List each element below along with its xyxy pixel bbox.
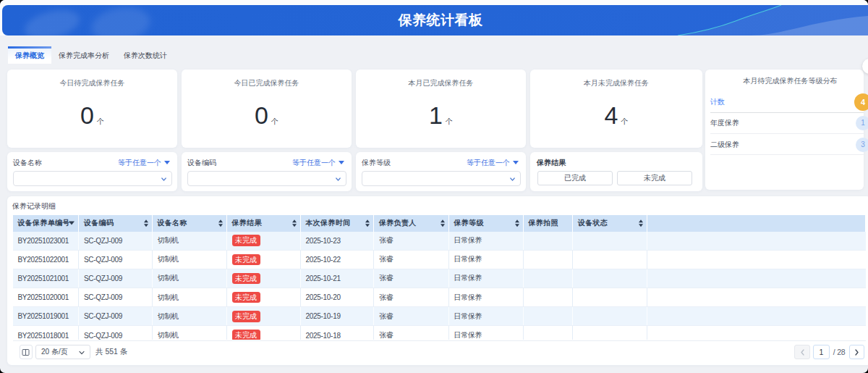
tab-maintenance-overview[interactable]: 保养概览 xyxy=(8,46,51,64)
maintenance-records-table: 设备保养单编号设备编码设备名称保养结果本次保养时间保养负责人保养等级保养拍照设备… xyxy=(13,215,866,340)
device-name-select[interactable] xyxy=(13,171,172,186)
filter-operator-dropdown[interactable]: 等于任意一个 xyxy=(467,158,519,168)
table-cell: 张睿 xyxy=(374,307,449,325)
chevron-right-icon xyxy=(854,349,859,356)
sort-icon[interactable] xyxy=(144,219,148,227)
chevron-down-glyph xyxy=(336,177,341,182)
maintenance-level-select[interactable] xyxy=(362,171,521,186)
filter-operator-dropdown[interactable]: 等于任意一个 xyxy=(292,158,344,168)
stat-unit: 个 xyxy=(621,117,628,125)
total-pages: / 28 xyxy=(833,348,846,356)
current-page-input[interactable]: 1 xyxy=(813,345,830,359)
filter-device-code: 设备编码 等于任意一个 xyxy=(182,152,352,191)
column-header[interactable]: 设备名称 xyxy=(153,215,227,232)
sort-desc-icon[interactable] xyxy=(69,222,75,225)
stat-label: 本月未完成保养任务 xyxy=(530,78,702,88)
table-row[interactable]: BY20251018001SC-QZJ-009切制机未完成2025-10-18张… xyxy=(13,326,866,340)
sort-icon[interactable] xyxy=(441,219,445,227)
table-cell: 张睿 xyxy=(374,269,449,288)
tab-maintenance-count-stats[interactable]: 保养次数统计 xyxy=(124,46,167,64)
sort-icon[interactable] xyxy=(515,219,519,227)
next-page-button[interactable] xyxy=(849,345,864,359)
column-settings-button[interactable] xyxy=(20,345,33,359)
tab-completion-rate-analysis[interactable]: 保养完成率分析 xyxy=(59,46,109,64)
table-cell: BY20251022001 xyxy=(13,251,80,269)
filter-operator-label: 等于任意一个 xyxy=(118,159,161,167)
table-row[interactable]: BY20251021001SC-QZJ-009切制机未完成2025-10-21张… xyxy=(13,269,866,288)
column-header[interactable]: 保养等级 xyxy=(449,215,524,232)
device-code-select[interactable] xyxy=(187,171,346,186)
caret-down-icon xyxy=(164,161,170,164)
sort-desc-triangle xyxy=(365,224,370,227)
page-size-select[interactable]: 20 条/页 xyxy=(35,345,90,359)
sort-icon[interactable] xyxy=(292,219,297,227)
page-title: 保养统计看板 xyxy=(2,5,868,35)
stat-label: 今日待完成保养任务 xyxy=(7,78,177,88)
status-badge: 未完成 xyxy=(232,311,260,322)
sort-asc-triangle xyxy=(639,219,643,222)
table-header-row: 设备保养单编号设备编码设备名称保养结果本次保养时间保养负责人保养等级保养拍照设备… xyxy=(13,215,866,232)
table-cell xyxy=(524,326,574,340)
column-header[interactable]: 设备状态 xyxy=(573,215,647,232)
table-title: 保养记录明细 xyxy=(12,201,56,211)
table-cell: 切制机 xyxy=(153,269,227,288)
table-cell: 张睿 xyxy=(374,326,449,340)
stat-value-row: 4个 xyxy=(530,101,702,130)
filter-operator-dropdown[interactable]: 等于任意一个 xyxy=(118,158,170,168)
completed-filter-button[interactable]: 已完成 xyxy=(537,171,613,185)
filter-operator-label: 等于任意一个 xyxy=(292,159,336,167)
sort-asc-triangle xyxy=(365,219,370,222)
table-cell: 未完成 xyxy=(227,269,301,288)
table-cell: 日常保养 xyxy=(449,326,524,340)
filter-maintenance-result: 保养结果 已完成 未完成 xyxy=(530,152,702,191)
sort-asc-triangle xyxy=(515,219,519,222)
table-row[interactable]: BY20251023001SC-QZJ-009切制机未完成2025-10-23张… xyxy=(13,232,866,251)
sort-icon[interactable] xyxy=(639,219,643,227)
column-header[interactable]: 保养负责人 xyxy=(374,215,449,232)
table-cell: 2025-10-21 xyxy=(301,269,375,288)
status-badge: 未完成 xyxy=(232,235,260,246)
table-row[interactable]: BY20251020001SC-QZJ-009切制机未完成2025-10-20张… xyxy=(13,288,866,307)
distribution-row[interactable]: 年度保养1 xyxy=(705,113,864,134)
column-header[interactable]: 本次保养时间 xyxy=(301,215,375,232)
filter-label: 保养等级 xyxy=(362,158,391,168)
table-cell xyxy=(524,269,574,288)
column-header-label: 设备保养单编号 xyxy=(18,218,70,228)
columns-icon xyxy=(22,348,30,356)
distribution-row-label: 年度保养 xyxy=(710,118,739,128)
column-header-label: 保养结果 xyxy=(232,218,262,228)
sort-asc-triangle xyxy=(218,219,223,222)
table-cell: BY20251021001 xyxy=(13,269,80,288)
table-cell xyxy=(647,251,866,269)
table-cell xyxy=(573,307,647,325)
stat-card-month-uncompleted: 本月未完成保养任务 4个 xyxy=(530,70,702,148)
table-cell: 2025-10-23 xyxy=(301,232,375,250)
column-header xyxy=(647,215,866,232)
table-cell xyxy=(573,251,647,269)
table-body: BY20251023001SC-QZJ-009切制机未完成2025-10-23张… xyxy=(13,232,866,340)
pagination: 1 / 28 xyxy=(794,345,864,359)
column-header[interactable]: 保养结果 xyxy=(227,215,301,232)
stat-value-row: 1个 xyxy=(356,101,526,130)
filter-device-name: 设备名称 等于任意一个 xyxy=(7,152,177,191)
table-cell xyxy=(573,288,647,306)
stat-value: 0 xyxy=(80,101,94,129)
sort-icon[interactable] xyxy=(218,219,223,227)
active-tab-indicator xyxy=(8,46,51,49)
table-cell xyxy=(573,232,647,250)
stat-label: 今日已完成保养任务 xyxy=(182,78,352,88)
column-header[interactable]: 设备保养单编号 xyxy=(13,215,80,232)
distribution-row[interactable]: 二级保养3 xyxy=(705,134,864,155)
chevron-left-icon xyxy=(800,349,805,356)
sort-asc-triangle xyxy=(144,219,148,222)
uncompleted-filter-button[interactable]: 未完成 xyxy=(617,171,692,185)
prev-page-button[interactable] xyxy=(794,345,810,359)
distribution-row[interactable]: 计数4 xyxy=(705,92,864,113)
table-row[interactable]: BY20251022001SC-QZJ-009切制机未完成2025-10-22张… xyxy=(13,251,866,269)
filter-header-row: 设备编码 等于任意一个 xyxy=(187,158,344,167)
table-row[interactable]: BY20251019001SC-QZJ-009切制机未完成2025-10-19张… xyxy=(13,307,866,326)
column-header[interactable]: 设备编码 xyxy=(79,215,153,232)
chevron-down-icon xyxy=(510,177,515,182)
app-window: 保养统计看板 保养概览 保养完成率分析 保养次数统计 今日待完成保养任务 0个 … xyxy=(0,0,868,373)
sort-icon[interactable] xyxy=(365,219,370,227)
